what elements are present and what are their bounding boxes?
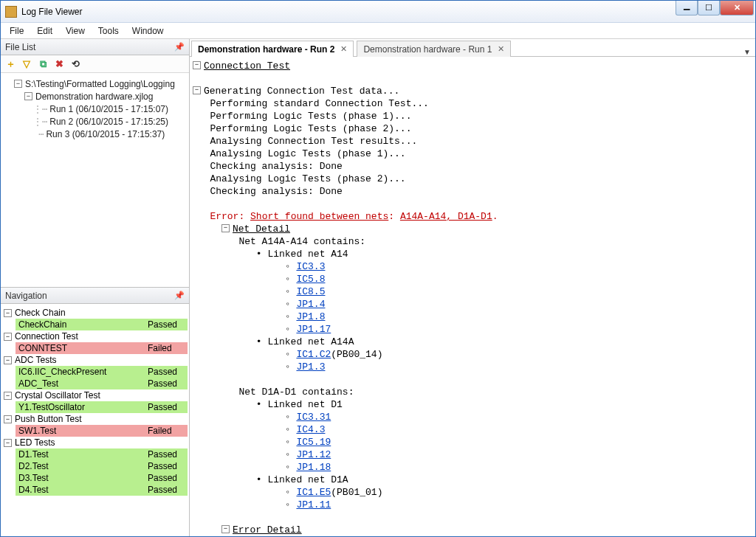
nav-group[interactable]: −ADC Tests [2, 354, 188, 366]
tab-strip: Demonstration hardware - Run 2 ✕ Demonst… [190, 39, 755, 57]
nav-item-name: IC6.IIC_CheckPresent [18, 367, 148, 377]
net-link[interactable]: JP1.12 [296, 449, 331, 460]
tree-project-label: Demonstration hardware.xjlog [35, 91, 153, 102]
nav-item[interactable]: D1.TestPassed [16, 448, 188, 460]
nav-item-name: D3.Test [18, 473, 148, 483]
collapse-icon[interactable]: − [4, 392, 12, 400]
net-link[interactable]: JP1.11 [296, 499, 331, 510]
net-link[interactable]: JP1.18 [296, 462, 331, 473]
close-icon[interactable]: ✕ [340, 44, 347, 54]
nav-item-name: ADC_Test [18, 378, 148, 389]
maximize-button[interactable] [698, 1, 720, 15]
log-content: −Connection Test −Generating Connection … [190, 57, 755, 536]
nav-item[interactable]: CONNTESTFailed [16, 342, 188, 354]
net-link[interactable]: IC8.5 [296, 286, 325, 297]
filelist-header: File List 📌 [1, 39, 189, 55]
copy-icon[interactable]: ⧉ [36, 58, 49, 71]
collapse-icon[interactable]: − [14, 80, 22, 88]
nav-item[interactable]: D3.TestPassed [16, 472, 188, 484]
window-title: Log File Viewer [21, 7, 676, 17]
nav-item-name: CONNTEST [18, 343, 148, 353]
net-link[interactable]: IC1.E5 [296, 487, 331, 498]
tree-run[interactable]: ⋮⋯Run 2 (06/10/2015 - 17:15:25) [4, 115, 186, 128]
net-link[interactable]: IC3.3 [296, 261, 325, 272]
navigation-tree: −Check ChainCheckChainPassed−Connection … [1, 304, 189, 536]
nav-group[interactable]: −LED Tests [2, 437, 188, 448]
nav-group[interactable]: −Connection Test [2, 330, 188, 342]
nav-item-status: Passed [148, 378, 186, 389]
menu-window[interactable]: Window [132, 26, 164, 36]
net-link[interactable]: JP1.17 [296, 324, 331, 335]
tree-run[interactable]: ⋮⋯Run 1 (06/10/2015 - 17:15:07) [4, 103, 186, 115]
nav-item[interactable]: CheckChainPassed [16, 319, 188, 330]
close-icon[interactable]: ✕ [498, 44, 504, 54]
nav-item[interactable]: Y1.TestOscillatorPassed [16, 401, 188, 413]
nav-item-name: CheckChain [18, 319, 148, 330]
nav-item-status: Passed [148, 473, 186, 483]
add-icon[interactable]: ＋ [4, 58, 17, 71]
net-link[interactable]: IC4.3 [296, 424, 325, 435]
collapse-icon[interactable]: − [24, 92, 32, 100]
nav-item-status: Passed [148, 461, 186, 471]
nav-group[interactable]: −Crystal Oscillator Test [2, 389, 188, 401]
nav-item-status: Passed [148, 485, 186, 495]
menu-edit[interactable]: Edit [37, 26, 52, 36]
collapse-icon[interactable]: − [4, 333, 12, 341]
titlebar: Log File Viewer [1, 1, 755, 23]
tree-root[interactable]: − S:\Testing\Formatted Logging\Logging [4, 77, 186, 90]
nav-item[interactable]: ADC_TestPassed [16, 378, 188, 389]
net-link[interactable]: IC3.31 [296, 412, 331, 423]
nav-group[interactable]: −Check Chain [2, 307, 188, 319]
net-link[interactable]: IC1.C2 [296, 349, 331, 360]
nav-group-label: Connection Test [15, 331, 78, 342]
refresh-icon[interactable]: ⟲ [69, 58, 82, 71]
menu-file[interactable]: File [10, 26, 24, 36]
nav-item[interactable]: SW1.TestFailed [16, 425, 188, 437]
filelist-title: File List [5, 42, 35, 52]
nav-group-label: Crystal Oscillator Test [15, 390, 100, 401]
collapse-icon[interactable]: − [4, 439, 12, 447]
nav-group[interactable]: −Push Button Test [2, 413, 188, 425]
nav-item-name: Y1.TestOscillator [18, 402, 148, 412]
net-link[interactable]: JP1.3 [296, 361, 325, 373]
tree-run[interactable]: ⋯Run 3 (06/10/2015 - 17:15:37) [4, 128, 186, 140]
collapse-icon[interactable]: − [4, 309, 12, 317]
tab-label: Demonstration hardware - Run 1 [363, 44, 492, 55]
file-tree: − S:\Testing\Formatted Logging\Logging −… [1, 73, 189, 287]
nav-item-name: SW1.Test [18, 426, 148, 436]
net-link[interactable]: JP1.8 [296, 311, 325, 322]
net-link[interactable]: IC5.8 [296, 274, 325, 285]
nav-item[interactable]: D2.TestPassed [16, 460, 188, 472]
app-icon [5, 6, 17, 18]
tab-overflow-icon[interactable]: ▼ [743, 48, 751, 56]
collapse-icon[interactable]: − [4, 356, 12, 364]
nav-item[interactable]: D4.TestPassed [16, 484, 188, 496]
close-button[interactable] [720, 1, 754, 15]
navigation-title: Navigation [5, 291, 47, 301]
menu-view[interactable]: View [66, 26, 85, 36]
nav-group-label: ADC Tests [15, 355, 56, 365]
filter-icon[interactable]: ▽ [20, 58, 33, 71]
log-viewport[interactable]: −Connection Test −Generating Connection … [190, 57, 755, 536]
tree-run-label: Run 1 (06/10/2015 - 17:15:07) [49, 104, 168, 114]
pin-icon[interactable]: 📌 [174, 291, 185, 300]
tree-run-label: Run 3 (06/10/2015 - 17:15:37) [46, 129, 165, 139]
net-link[interactable]: IC5.19 [296, 437, 331, 448]
tab-run1[interactable]: Demonstration hardware - Run 1 ✕ [357, 41, 511, 57]
nav-item-status: Passed [148, 367, 186, 377]
nav-item-status: Passed [148, 319, 186, 330]
menu-tools[interactable]: Tools [98, 26, 119, 36]
nav-group-label: Push Button Test [15, 414, 82, 424]
delete-icon[interactable]: ✖ [52, 58, 66, 71]
nav-item-status: Passed [148, 449, 186, 460]
nav-item-name: D4.Test [18, 485, 148, 495]
pin-icon[interactable]: 📌 [174, 42, 185, 52]
minimize-button[interactable] [676, 1, 698, 15]
collapse-icon[interactable]: − [4, 415, 12, 423]
net-link[interactable]: JP1.4 [296, 299, 325, 310]
nav-group-label: LED Tests [15, 437, 55, 448]
nav-item[interactable]: IC6.IIC_CheckPresentPassed [16, 366, 188, 378]
tree-run-label: Run 2 (06/10/2015 - 17:15:25) [49, 117, 168, 127]
tree-project[interactable]: − Demonstration hardware.xjlog [4, 90, 186, 103]
tab-run2[interactable]: Demonstration hardware - Run 2 ✕ [191, 41, 354, 57]
